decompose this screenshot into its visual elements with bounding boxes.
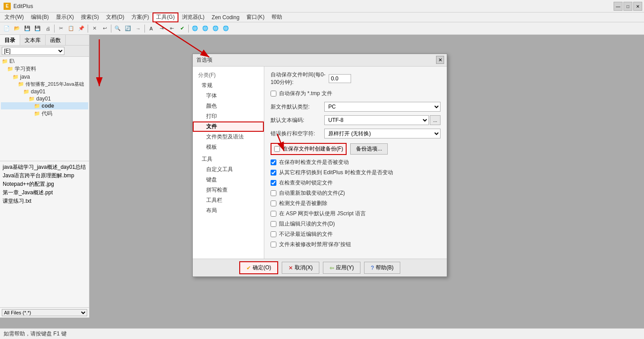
dialog-title-bar: 首选项 ✕	[193, 54, 447, 67]
category-color[interactable]: 颜色	[193, 101, 264, 111]
menu-edit[interactable]: 编辑(B)	[27, 13, 52, 22]
cancel-icon: ✕	[288, 265, 293, 271]
category-filetypes[interactable]: 文件类型及语法	[193, 132, 264, 142]
menu-file[interactable]: 文件(W)	[1, 13, 27, 22]
tb-browser1[interactable]: 🌐	[190, 24, 200, 33]
menu-help[interactable]: 帮助	[268, 13, 286, 22]
tree-item[interactable]: 📁 代码	[1, 109, 88, 118]
category-font[interactable]: 字体	[193, 91, 264, 101]
tree-item[interactable]: 📁 java	[1, 73, 88, 80]
cancel-button[interactable]: ✕ 取消(X)	[282, 262, 319, 274]
tb-open[interactable]: 📂	[12, 24, 22, 33]
file-item[interactable]: Notepad++的配置.jpg	[1, 180, 88, 188]
tb-save2[interactable]: 💾	[33, 24, 42, 33]
tree-item[interactable]: 📁 code	[1, 102, 88, 109]
category-layout[interactable]: 布局	[193, 205, 264, 216]
category-tools[interactable]: 工具	[193, 154, 264, 164]
close-button[interactable]: ✕	[633, 2, 642, 11]
category-toolbar[interactable]: 工具栏	[193, 195, 264, 205]
block-readonly-checkbox[interactable]	[271, 221, 276, 227]
tb-replace[interactable]: 🔄	[123, 24, 133, 33]
maximize-button[interactable]: □	[623, 2, 632, 11]
category-template[interactable]: 模板	[193, 142, 264, 152]
category-custom-tools[interactable]: 自定义工具	[193, 164, 264, 175]
toolbar-sep2	[88, 25, 88, 33]
asp-jscript-label: 在 ASP 网页中默认使用 JScript 语言	[279, 210, 366, 218]
menu-zen[interactable]: Zen Coding	[208, 13, 243, 22]
ok-button[interactable]: ✔ 确定(O)	[239, 261, 278, 274]
tb-browser4[interactable]: 🌐	[221, 24, 231, 33]
menu-document[interactable]: 文档(D)	[102, 13, 128, 22]
menu-window[interactable]: 窗口(K)	[243, 13, 268, 22]
asp-jscript-checkbox[interactable]	[271, 211, 276, 217]
toolbar: 📄 📂 💾 💾 🖨 ✂ 📋 📌 ✕ ↩ 🔍 🔄 → A ⇥ ⇤ ✔ 🌐 🌐 🌐 …	[0, 22, 644, 35]
line-ending-select[interactable]: 原样打开 (无转换)	[324, 129, 441, 138]
encoding-more-button[interactable]: ...	[430, 115, 441, 125]
file-item[interactable]: 第一章_Java概述.ppt	[1, 188, 88, 197]
menu-project[interactable]: 方案(F)	[128, 13, 153, 22]
dialog-body: 分类(F) 常规 字体 颜色 打印 文件 文件类型及语法 模板 工具 自定义工具…	[193, 67, 447, 259]
backup-options-button[interactable]: 备份选项...	[350, 143, 388, 155]
tb-save[interactable]: 💾	[22, 24, 32, 33]
tb-new[interactable]: 📄	[2, 24, 12, 33]
menu-tools[interactable]: 工具(G)	[153, 13, 178, 22]
category-spellcheck[interactable]: 拼写检查	[193, 185, 264, 195]
drive-select[interactable]: [E]	[2, 47, 64, 55]
disable-save-btn-checkbox[interactable]	[271, 242, 276, 247]
minimize-button[interactable]: —	[614, 2, 623, 11]
tb-spell[interactable]: A	[146, 24, 156, 33]
folder-icon: 📁	[29, 96, 35, 102]
apply-button[interactable]: ⇦ 应用(Y)	[323, 262, 360, 274]
tree-item[interactable]: 📁 E\	[1, 58, 88, 65]
category-general[interactable]: 常规	[193, 80, 264, 91]
tb-findnext[interactable]: →	[133, 24, 143, 33]
sidebar-tab-functions[interactable]: 函数	[46, 35, 66, 45]
sidebar-bottom: All Files (*.*)	[0, 307, 89, 318]
file-item[interactable]: Java语言跨平台原理图解.bmp	[1, 172, 88, 180]
menu-view[interactable]: 显示(X)	[52, 13, 77, 22]
status-text: 如需帮助，请按键盘 F1 键	[4, 330, 67, 338]
tb-outdent[interactable]: ⇤	[167, 24, 177, 33]
lock-on-change-checkbox[interactable]	[271, 180, 276, 186]
dialog-close-button[interactable]: ✕	[436, 56, 444, 64]
tb-copy[interactable]: 📋	[66, 24, 76, 33]
check-on-save-checkbox[interactable]	[271, 159, 276, 165]
tb-browser3[interactable]: 🌐	[211, 24, 220, 33]
encoding-select[interactable]: UTF-8 UTF-16 GB2312	[324, 115, 429, 125]
file-filter-select[interactable]: All Files (*.*)	[2, 309, 87, 316]
tree-item[interactable]: 📁 学习资料	[1, 65, 88, 73]
category-keyboard[interactable]: 键盘	[193, 175, 264, 185]
help-button[interactable]: ? 帮助(B)	[364, 262, 400, 274]
tb-find[interactable]: 🔍	[113, 24, 123, 33]
tb-check[interactable]: ✔	[177, 24, 187, 33]
tb-cut[interactable]: ✂	[56, 24, 66, 33]
new-file-type-select[interactable]: PC Unix Mac	[324, 102, 441, 112]
check-on-switch-checkbox[interactable]	[271, 170, 276, 176]
tree-item[interactable]: 📁 day01	[1, 95, 88, 102]
check-on-switch-label: 从其它程序切换到 EditPlus 时检查文件是否变动	[279, 169, 393, 176]
tree-item[interactable]: 📁 day01	[1, 88, 88, 95]
tb-delete[interactable]: ✕	[89, 24, 99, 33]
sidebar-tab-textlib[interactable]: 文本库	[20, 35, 46, 45]
detect-delete-checkbox[interactable]	[271, 201, 276, 206]
autosave-tmp-checkbox[interactable]	[271, 91, 276, 96]
tb-paste[interactable]: 📌	[76, 24, 86, 33]
menu-search[interactable]: 搜索(S)	[77, 13, 102, 22]
file-item[interactable]: java基础学习_java概述_day01总结	[1, 163, 88, 172]
tb-indent[interactable]: ⇥	[157, 24, 166, 33]
tb-browser2[interactable]: 🌐	[200, 24, 210, 33]
autosave-input[interactable]	[329, 74, 351, 83]
category-file[interactable]: 文件	[193, 121, 264, 132]
tree-item[interactable]: 📁 传智播客_2015年Java基础	[1, 80, 88, 88]
no-recent-row: 不记录最近编辑的文件	[271, 230, 441, 238]
backup-checkbox[interactable]	[274, 146, 280, 152]
file-item[interactable]: 课堂练习.txt	[1, 197, 88, 205]
tb-undo[interactable]: ↩	[100, 24, 110, 33]
toolbar-sep4	[144, 25, 145, 33]
auto-reload-checkbox[interactable]	[271, 190, 276, 196]
no-recent-checkbox[interactable]	[271, 231, 276, 237]
tb-print[interactable]: 🖨	[43, 24, 53, 33]
menu-browser[interactable]: 浏览器(L)	[178, 13, 208, 22]
sidebar-tab-directory[interactable]: 目录	[0, 35, 20, 45]
category-print[interactable]: 打印	[193, 111, 264, 121]
